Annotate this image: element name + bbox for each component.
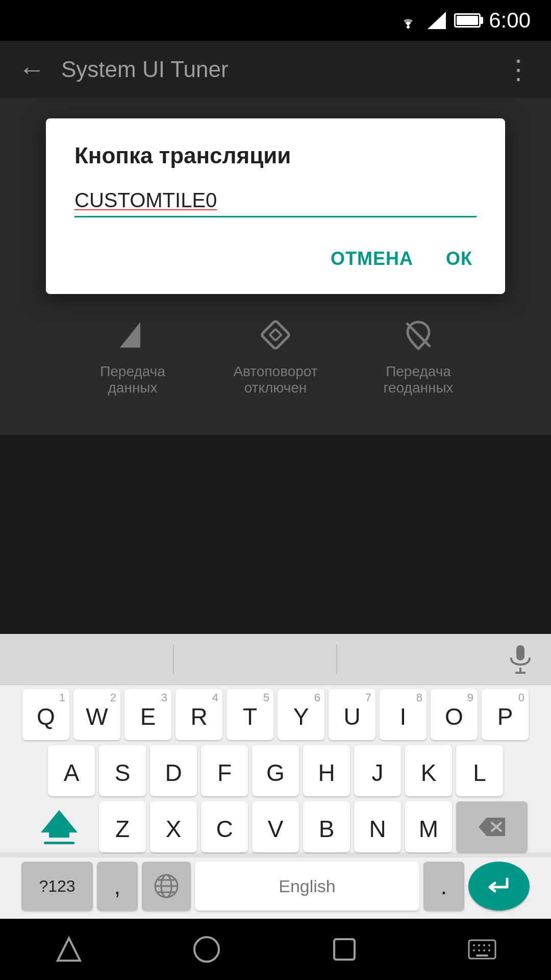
main-content: Кнопка трансляции CUSTOMTILE0 ОТМЕНА ОК … xyxy=(0,98,551,435)
key-c[interactable]: C xyxy=(201,801,248,852)
tile-data-transfer: Передача данных xyxy=(82,314,184,396)
nav-back-button[interactable] xyxy=(54,934,84,965)
more-options-button[interactable]: ⋮ xyxy=(505,54,533,85)
key-g[interactable]: G xyxy=(252,745,299,796)
divider-2 xyxy=(336,644,337,675)
key-h[interactable]: H xyxy=(303,745,350,796)
dialog-actions: ОТМЕНА ОК xyxy=(74,242,477,276)
status-icons: 6:00 xyxy=(397,8,531,33)
keyboard-area: 1 Q 2 W 3 E 4 R 5 T 6 Y xyxy=(0,634,551,919)
suggestions-bar xyxy=(0,634,551,685)
shift-line xyxy=(49,832,69,838)
key-e[interactable]: 3 E xyxy=(124,689,171,740)
key-row-1: 1 Q 2 W 3 E 4 R 5 T 6 Y xyxy=(4,689,547,740)
key-l[interactable]: L xyxy=(456,745,503,796)
battery-icon xyxy=(454,13,481,28)
key-row-2: A S D F G H J K L xyxy=(4,745,547,796)
battery-fill xyxy=(457,16,478,25)
key-i[interactable]: 8 I xyxy=(380,689,427,740)
autorotate-icon xyxy=(255,314,296,355)
wifi-icon xyxy=(397,12,419,29)
divider-1 xyxy=(173,644,174,675)
status-time: 6:00 xyxy=(489,8,531,33)
space-button[interactable]: English xyxy=(195,862,419,911)
tile-geodata-label: Передача геоданных xyxy=(367,363,469,396)
nav-recents-button[interactable] xyxy=(329,934,360,965)
key-x[interactable]: X xyxy=(150,801,197,852)
key-b[interactable]: B xyxy=(303,801,350,852)
tile-autorotate: Автоповорот отключен xyxy=(224,314,327,396)
comma-button[interactable]: , xyxy=(97,862,138,911)
globe-button[interactable] xyxy=(142,862,191,911)
period-button[interactable]: . xyxy=(423,862,464,911)
nav-home-button[interactable] xyxy=(191,934,222,965)
key-t[interactable]: 5 T xyxy=(227,689,273,740)
key-o[interactable]: 9 O xyxy=(431,689,478,740)
key-q[interactable]: 1 Q xyxy=(22,689,69,740)
key-row-3: Z X C V B N M xyxy=(4,801,547,852)
key-v[interactable]: V xyxy=(252,801,299,852)
mic-button[interactable] xyxy=(500,644,541,675)
nav-bar xyxy=(0,919,551,980)
svg-rect-3 xyxy=(261,321,290,350)
dialog-title: Кнопка трансляции xyxy=(74,143,477,168)
key-d[interactable]: D xyxy=(150,745,197,796)
key-z[interactable]: Z xyxy=(99,801,146,852)
signal-icon xyxy=(428,12,446,29)
back-button[interactable]: ← xyxy=(18,54,45,85)
key-k[interactable]: K xyxy=(405,745,452,796)
num-key-button[interactable]: ?123 xyxy=(21,862,93,911)
key-r[interactable]: 4 R xyxy=(176,689,222,740)
key-y[interactable]: 6 Y xyxy=(278,689,324,740)
shift-underline xyxy=(44,842,74,844)
key-u[interactable]: 7 U xyxy=(329,689,375,740)
geodata-icon xyxy=(398,314,439,355)
svg-marker-1 xyxy=(428,12,446,29)
delete-button[interactable] xyxy=(456,801,528,852)
key-n[interactable]: N xyxy=(354,801,401,852)
app-bar: ← System UI Tuner ⋮ xyxy=(0,41,551,98)
tile-autorotate-label: Автоповорот отключен xyxy=(224,363,327,396)
tile-geodata: Передача геоданных xyxy=(367,314,469,396)
app-title: System UI Tuner xyxy=(61,57,489,82)
key-s[interactable]: S xyxy=(99,745,146,796)
data-transfer-icon xyxy=(112,314,153,355)
cancel-button[interactable]: ОТМЕНА xyxy=(327,242,417,276)
key-a[interactable]: A xyxy=(48,745,95,796)
svg-rect-6 xyxy=(516,645,524,660)
key-m[interactable]: M xyxy=(405,801,452,852)
shift-button[interactable] xyxy=(23,801,95,852)
ok-button[interactable]: ОК xyxy=(442,242,477,276)
dialog-input[interactable]: CUSTOMTILE0 xyxy=(74,189,477,216)
key-w[interactable]: 2 W xyxy=(73,689,120,740)
tiles-area: Передача данных Автоповорот отключен Пер… xyxy=(0,294,551,396)
svg-rect-18 xyxy=(334,939,355,960)
dialog-input-wrapper[interactable]: CUSTOMTILE0 xyxy=(74,189,477,217)
tile-data-label: Передача данных xyxy=(82,363,184,396)
status-bar: 6:00 xyxy=(0,0,551,41)
svg-marker-2 xyxy=(120,322,140,348)
keyboard-rows: 1 Q 2 W 3 E 4 R 5 T 6 Y xyxy=(0,685,551,852)
key-j[interactable]: J xyxy=(354,745,401,796)
svg-rect-4 xyxy=(270,329,282,341)
enter-button[interactable] xyxy=(468,862,530,911)
key-f[interactable]: F xyxy=(201,745,248,796)
key-p[interactable]: 0 P xyxy=(482,689,529,740)
dialog: Кнопка трансляции CUSTOMTILE0 ОТМЕНА ОК xyxy=(46,118,505,294)
shift-arrow-icon xyxy=(41,810,78,832)
bottom-row: ?123 , English . xyxy=(0,857,551,919)
svg-marker-16 xyxy=(58,938,80,961)
nav-keyboard-button[interactable] xyxy=(467,934,497,965)
svg-point-0 xyxy=(407,26,410,29)
svg-point-17 xyxy=(194,937,219,962)
